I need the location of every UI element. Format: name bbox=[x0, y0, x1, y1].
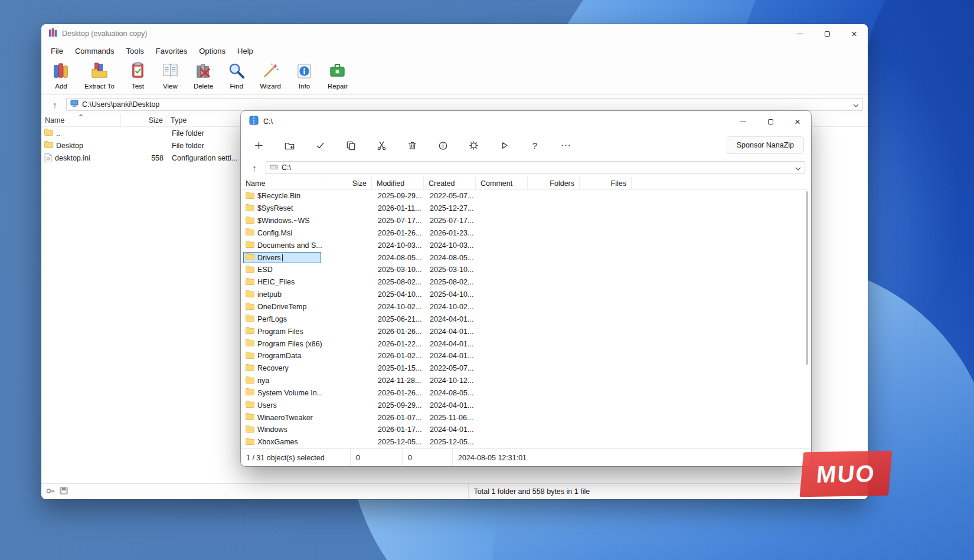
column-header-modified[interactable]: Modified bbox=[372, 177, 424, 189]
folder-row[interactable]: Windows 2026-01-17... 2024-04-01... bbox=[241, 424, 811, 436]
file-name-box[interactable]: ESD bbox=[243, 264, 275, 276]
file-name-box[interactable]: $Recycle.Bin bbox=[243, 191, 303, 202]
column-header-folders[interactable]: Folders bbox=[528, 177, 580, 189]
new-folder-button[interactable] bbox=[279, 135, 300, 155]
menu-help[interactable]: Help bbox=[231, 45, 259, 57]
file-name-box[interactable]: $Windows.~WS bbox=[243, 215, 312, 227]
folder-row[interactable]: OneDriveTemp 2024-10-02... 2024-10-02... bbox=[241, 301, 811, 313]
file-name-box[interactable]: Windows bbox=[243, 424, 290, 435]
winrar-address-bar[interactable]: C:\Users\panki\Desktop bbox=[66, 98, 863, 111]
file-name-box[interactable]: Config.Msi bbox=[243, 227, 295, 238]
add-button[interactable] bbox=[248, 135, 269, 155]
file-name-box[interactable]: inetpub bbox=[243, 289, 284, 300]
file-name-box[interactable]: WinaeroTweaker bbox=[243, 412, 315, 423]
file-name-box[interactable]: riya bbox=[243, 375, 272, 387]
test-button[interactable]: Test bbox=[122, 60, 154, 91]
wizard-icon bbox=[262, 61, 280, 82]
nanazip-maximize-button[interactable] bbox=[757, 111, 784, 132]
file-name-box[interactable]: Documents and S... bbox=[243, 240, 322, 251]
folder-row[interactable]: riya 2024-11-28... 2024-10-12... bbox=[241, 375, 811, 387]
file-name-box[interactable]: OneDriveTemp bbox=[243, 302, 309, 313]
file-name-box[interactable]: Program Files bbox=[243, 326, 306, 337]
created-cell: 2024-04-01... bbox=[424, 352, 476, 360]
add-button[interactable]: Add bbox=[45, 60, 77, 91]
chevron-down-icon[interactable] bbox=[853, 99, 859, 110]
folder-row[interactable]: Recovery 2025-01-15... 2022-05-07... bbox=[241, 362, 811, 375]
winrar-up-button[interactable]: ↑ bbox=[47, 100, 63, 110]
folder-row[interactable]: HEIC_Files 2025-08-02... 2025-08-02... bbox=[241, 276, 811, 289]
sponsor-nanazip-button[interactable]: Sponsor NanaZip bbox=[727, 136, 804, 154]
folder-row[interactable]: PerfLogs 2025-06-21... 2024-04-01... bbox=[241, 313, 811, 325]
winrar-close-button[interactable]: × bbox=[841, 24, 868, 43]
file-name-box[interactable]: Users bbox=[243, 399, 279, 411]
settings-button[interactable] bbox=[463, 135, 484, 155]
delete-button[interactable]: Delete bbox=[187, 60, 220, 91]
wizard-button[interactable]: Wizard bbox=[253, 60, 288, 91]
folder-row[interactable]: XboxGames 2025-12-05... 2025-12-05... bbox=[241, 436, 811, 448]
folder-row[interactable]: Documents and S... 2024-10-03... 2024-10… bbox=[241, 239, 811, 251]
winrar-titlebar[interactable]: Desktop (evaluation copy) × bbox=[41, 24, 868, 43]
nanazip-up-button[interactable]: ↑ bbox=[247, 163, 262, 173]
chevron-down-icon[interactable] bbox=[795, 162, 801, 173]
folder-row[interactable]: WinaeroTweaker 2026-01-07... 2025-11-06.… bbox=[241, 411, 811, 424]
info-button[interactable] bbox=[432, 135, 453, 155]
nanazip-close-button[interactable]: × bbox=[784, 111, 811, 132]
folder-row[interactable]: $Recycle.Bin 2025-09-29... 2022-05-07... bbox=[241, 190, 811, 202]
folder-row[interactable]: ProgramData 2026-01-02... 2024-04-01... bbox=[241, 350, 811, 362]
modified-cell: 2025-04-10... bbox=[372, 290, 424, 299]
menu-file[interactable]: File bbox=[45, 45, 69, 57]
help-button[interactable]: ? bbox=[524, 135, 545, 155]
delete-button[interactable] bbox=[401, 135, 423, 155]
file-name-box[interactable]: System Volume In... bbox=[243, 387, 322, 398]
column-header-name[interactable]: Name bbox=[241, 177, 322, 189]
winrar-minimize-button[interactable] bbox=[786, 24, 813, 43]
menu-options[interactable]: Options bbox=[193, 45, 231, 57]
view-button[interactable]: View bbox=[154, 60, 187, 91]
folder-row[interactable]: inetpub 2025-04-10... 2025-04-10... bbox=[241, 289, 811, 301]
column-header-created[interactable]: Created bbox=[424, 177, 476, 189]
file-name-box[interactable]: ProgramData bbox=[243, 351, 303, 362]
cut-button[interactable] bbox=[371, 135, 392, 155]
run-button[interactable] bbox=[493, 135, 515, 155]
folder-icon bbox=[246, 438, 254, 447]
column-header-files[interactable]: Files bbox=[580, 177, 632, 189]
nanazip-address-bar[interactable]: C:\ bbox=[266, 161, 805, 174]
folder-row[interactable]: $SysReset 2026-01-11... 2025-12-27... bbox=[241, 202, 811, 215]
folder-row[interactable]: Program Files 2026-01-26... 2024-04-01..… bbox=[241, 325, 811, 338]
file-name-box[interactable]: $SysReset bbox=[243, 203, 295, 214]
column-header-name[interactable]: Name bbox=[41, 114, 121, 126]
file-name-box[interactable]: Drivers bbox=[243, 252, 321, 263]
vertical-scrollbar[interactable] bbox=[805, 191, 809, 446]
menu-favorites[interactable]: Favorites bbox=[150, 45, 193, 57]
winrar-maximize-button[interactable] bbox=[813, 24, 841, 43]
find-button[interactable]: Find bbox=[220, 60, 253, 91]
column-header-size[interactable]: Size bbox=[121, 114, 167, 126]
scrollbar-thumb[interactable] bbox=[806, 191, 808, 365]
copy-button[interactable] bbox=[340, 135, 361, 155]
menu-tools[interactable]: Tools bbox=[120, 45, 149, 57]
nanazip-titlebar[interactable]: C:\ × bbox=[241, 111, 811, 132]
nanazip-minimize-button[interactable] bbox=[730, 111, 757, 132]
folder-row[interactable]: Drivers 2024-08-05... 2024-08-05... bbox=[241, 251, 811, 264]
folder-row[interactable]: System Volume In... 2026-01-26... 2024-0… bbox=[241, 387, 811, 399]
folder-row[interactable]: ESD 2025-03-10... 2025-03-10... bbox=[241, 264, 811, 276]
extract-to-button[interactable]: Extract To bbox=[77, 60, 122, 91]
file-name-box[interactable]: Recovery bbox=[243, 363, 291, 374]
file-name-box[interactable]: Program Files (x86) bbox=[243, 338, 322, 349]
more-button[interactable] bbox=[555, 135, 576, 155]
menu-commands[interactable]: Commands bbox=[69, 45, 120, 57]
file-name-box[interactable]: PerfLogs bbox=[243, 313, 289, 325]
column-header-size[interactable]: Size bbox=[322, 177, 372, 189]
repair-button[interactable]: Repair bbox=[321, 60, 355, 91]
info-button[interactable]: Info bbox=[288, 60, 321, 91]
test-button[interactable] bbox=[309, 135, 331, 155]
file-name-box[interactable]: XboxGames bbox=[243, 437, 300, 448]
column-header-comment[interactable]: Comment bbox=[476, 177, 528, 189]
folder-row[interactable]: Program Files (x86) 2026-01-22... 2024-0… bbox=[241, 338, 811, 350]
folder-row[interactable]: Users 2025-09-29... 2024-04-01... bbox=[241, 399, 811, 411]
folder-icon bbox=[246, 388, 254, 397]
folder-name: Recovery bbox=[257, 364, 289, 372]
file-name-box[interactable]: HEIC_Files bbox=[243, 277, 297, 288]
folder-row[interactable]: $Windows.~WS 2025-07-17... 2025-07-17... bbox=[241, 215, 811, 227]
folder-row[interactable]: Config.Msi 2026-01-26... 2026-01-23... bbox=[241, 227, 811, 240]
